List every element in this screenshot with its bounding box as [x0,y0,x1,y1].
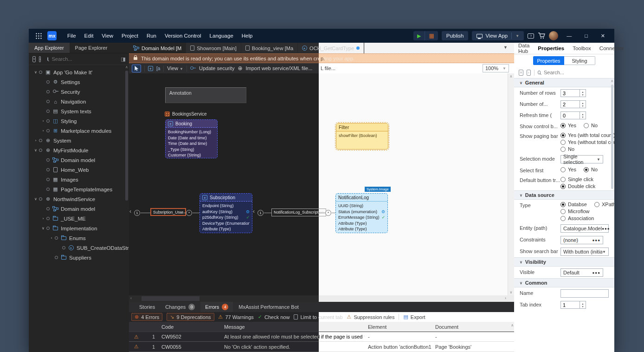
menu-edit[interactable]: Edit [80,33,98,39]
tab-properties[interactable]: Properties [534,46,568,51]
radio-yes[interactable]: Yes [560,167,576,172]
tab-toolbox[interactable]: Toolbox [568,46,595,51]
attribute-row[interactable]: Endpoint (String) [202,203,250,209]
menu-view[interactable]: View [97,33,117,39]
section-common[interactable]: ∨Common [514,278,614,287]
radio-xpath[interactable]: XPath [594,202,614,207]
section-general[interactable]: ∨General [514,78,614,87]
attribute-row[interactable]: Attribute (Type) [338,221,385,227]
zoom-select[interactable]: 100%▼ [483,64,509,72]
tab-stories[interactable]: Stories [135,302,160,312]
chevron-right-icon[interactable]: › [48,236,55,240]
tree-item-pagetemplateimages[interactable]: ▦PageTemplateImages [29,184,129,194]
close-icon[interactable]: ✕ [596,33,610,39]
entity-path-picker[interactable]: Catalogue.Model●●● [560,224,609,233]
chevron-right-icon[interactable]: › [40,216,46,221]
limit-to-current-tab-button[interactable]: Limit to current tab [294,314,342,320]
association-line[interactable] [264,213,271,213]
select-tool-button[interactable] [132,65,141,72]
chevron-right-icon[interactable]: › [40,119,46,123]
properties-search-input[interactable] [544,70,610,75]
canvas-horizontal-scrollbar[interactable]: ‹ › [129,295,514,302]
radio-yes[interactable]: Yes [560,123,576,128]
stop-button[interactable]: ▦ [425,31,438,40]
entity-notificationlog[interactable]: NotificationLog UUID (String) Status (en… [335,193,388,233]
scroll-up-icon[interactable]: ∧ [511,323,514,327]
attribute-row[interactable]: Customer (String) [168,152,215,158]
attribute-row[interactable]: Attribute (Type) [202,226,250,232]
add-annotation-tool-icon[interactable]: [a [156,66,160,71]
panel-layout-icon[interactable]: ◨ [121,56,125,62]
export-button[interactable]: ▤Export [403,314,425,320]
tree-scrollbar[interactable]: ∧ [125,65,129,352]
chevron-right-icon[interactable]: › [40,129,46,133]
tab-showroom[interactable]: Showroom [Main] [186,43,241,53]
association-line[interactable] [193,213,200,213]
check-now-button[interactable]: ✓Check now [258,314,290,320]
maximize-icon[interactable]: □ [580,33,592,39]
publish-button[interactable]: Publish [442,31,469,40]
attribute-row[interactable]: p256dhKey (String)✓ [202,215,250,221]
tab-page-explorer[interactable]: Page Explorer [70,43,113,53]
published-service-label[interactable]: BookingsService [165,111,206,117]
scrollbar-thumb[interactable] [611,85,613,189]
domain-model-canvas[interactable]: Annotation BookingsService eBooking Book… [129,73,514,295]
tab-changes[interactable]: Changes0 [161,302,200,312]
column-document[interactable]: Document [431,324,514,330]
user-avatar[interactable] [549,31,558,40]
column-code[interactable]: Code [158,324,220,330]
radio-microflow[interactable]: Microflow [560,209,614,214]
number-of-rows-stepper[interactable]: ▲▼ [560,89,586,97]
app-grid-icon[interactable] [35,33,42,39]
segment-styling[interactable]: Styling [564,56,595,65]
chevron-down-icon[interactable]: ∨ [32,197,39,201]
section-data-source[interactable]: ∨Data source [514,190,614,200]
tab-errors[interactable]: Errors4 [200,302,233,312]
radio-single-click[interactable]: Single click [560,176,603,182]
tab-data-hub[interactable]: Data Hub [514,43,534,54]
tab-domain-model[interactable]: Domain Model [M [129,43,186,53]
tree-item-myfirstmodule[interactable]: ∨⊕MyFirstModule [29,145,129,155]
tree-item-system-texts[interactable]: ▤System texts [29,106,129,116]
column-message[interactable]: Message [220,324,364,330]
explorer-search-input[interactable] [52,56,117,62]
number-of-columns-stepper[interactable]: ▲▼ [560,100,586,108]
radio-no[interactable]: No [584,167,598,172]
selection-mode-select[interactable]: Single selection▼ [560,155,603,163]
menu-language[interactable]: Language [206,33,238,39]
refresh-time-stepper[interactable]: ▲▼ [560,111,586,119]
attribute-row[interactable]: ErrorMessage (String)✓ [338,215,385,221]
tree-item-navigation[interactable]: ⌂Navigation [29,97,129,106]
radio-no[interactable]: No [560,146,614,152]
error-row[interactable]: ⚠ 1 CW0055 No 'On click' action specifie… [129,342,514,352]
menu-help[interactable]: Help [238,33,257,39]
minimize-icon[interactable]: — [562,33,576,39]
radio-association[interactable]: Association [560,215,614,221]
tree-item-suppliers[interactable]: Suppliers [29,253,129,262]
menu-file[interactable]: File [63,33,80,39]
run-button[interactable]: ▶ [413,31,425,40]
association-line[interactable] [332,213,335,213]
scroll-down-icon[interactable]: ∨ [510,290,513,294]
tree-item-marketplace-modules[interactable]: ›⊞Marketplace modules [29,126,129,136]
entity-booking[interactable]: eBooking BookingNumber (Long) Date (Date… [165,119,218,158]
tree-item-settings[interactable]: ⚙Settings [29,77,129,87]
filter-warnings-toggle[interactable]: ⚠77 Warnings [219,314,254,320]
collapse-all-icon[interactable]: ∨ [32,56,36,62]
tree-item-enums[interactable]: ›Enums [29,233,129,243]
menu-run[interactable]: Run [142,33,161,39]
name-input[interactable] [560,289,609,298]
expand-to-document-icon[interactable]: › [527,70,531,76]
radio-yes-with-total[interactable]: Yes (with total count) [560,132,614,138]
scroll-up-icon[interactable]: ∧ [611,79,613,83]
scroll-right-icon[interactable]: › [505,296,506,300]
tab-och-getcardtype[interactable]: ▸OCH_GetCardType [298,43,364,53]
tree-item-domain-model[interactable]: Domain model [29,155,129,165]
attribute-row[interactable]: _Type (String) [168,147,215,153]
radio-double-click[interactable]: Double click [560,183,603,189]
tree-item-domain-model-2[interactable]: Domain model [29,204,129,214]
attribute-row[interactable]: authKey (String)⚙ [202,209,250,215]
chevron-down-icon[interactable]: ∨ [32,148,39,152]
collapse-all-icon[interactable]: ∨ [519,70,523,76]
constraints-picker[interactable]: (none)●●● [560,236,603,244]
